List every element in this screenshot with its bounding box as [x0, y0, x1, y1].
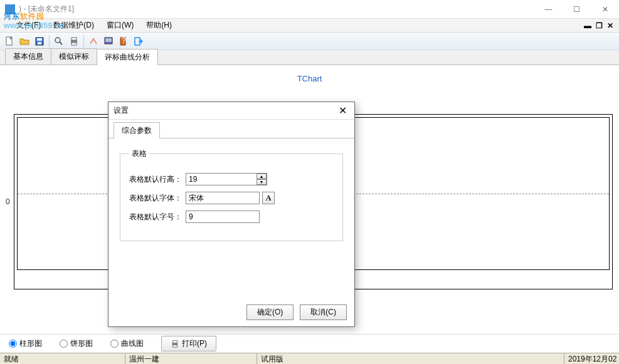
- minimize-button[interactable]: —: [534, 0, 563, 19]
- radio-pie[interactable]: 饼形图: [60, 338, 93, 349]
- table-settings-group: 表格 表格默认行高： ▲▼ 表格默认字体： A 表格默认字号：: [120, 148, 343, 241]
- mdi-minimize-button[interactable]: ▬: [583, 21, 593, 30]
- svg-rect-3: [38, 42, 41, 44]
- svg-line-5: [60, 42, 62, 44]
- font-picker-button[interactable]: A: [262, 192, 275, 204]
- mdi-close-button[interactable]: ✕: [605, 21, 615, 30]
- size-input[interactable]: [186, 211, 260, 223]
- print-icon[interactable]: [67, 34, 81, 48]
- font-input[interactable]: [186, 192, 260, 204]
- dialog-tab-general[interactable]: 综合参数: [114, 122, 160, 138]
- svg-text:?: ?: [122, 36, 126, 45]
- radio-bar[interactable]: 柱形图: [9, 338, 42, 349]
- menu-help[interactable]: 帮助(H): [140, 19, 178, 32]
- window-title: ) - [未命名文件1]: [19, 4, 534, 14]
- dialog-title: 设置: [114, 105, 336, 116]
- svg-rect-15: [173, 340, 177, 343]
- open-file-icon[interactable]: [18, 34, 31, 48]
- row-height-input[interactable]: [186, 173, 267, 185]
- tab-analysis[interactable]: 评标曲线分析: [97, 49, 158, 65]
- svg-rect-8: [71, 43, 77, 45]
- spin-up-icon[interactable]: ▲: [257, 174, 267, 179]
- svg-rect-10: [105, 38, 112, 42]
- new-file-icon[interactable]: [3, 34, 16, 48]
- tool2-icon[interactable]: [102, 34, 115, 48]
- chart-y-label: 0: [6, 197, 10, 206]
- printer-icon: [171, 340, 179, 348]
- chart-type-bar: 柱形图 饼形图 曲线图 打印(P): [0, 334, 619, 353]
- tab-basic[interactable]: 基本信息: [5, 48, 51, 65]
- save-icon[interactable]: [33, 34, 46, 48]
- radio-line[interactable]: 曲线图: [110, 338, 144, 349]
- dialog-close-icon[interactable]: ✕: [336, 105, 349, 117]
- font-label: 表格默认字体：: [129, 193, 182, 204]
- group-legend: 表格: [129, 148, 149, 159]
- mdi-restore-button[interactable]: ❐: [594, 21, 604, 30]
- status-bar: 就绪 温州一建 试用版 2019年12月02: [0, 353, 619, 364]
- preview-icon[interactable]: [52, 34, 66, 48]
- status-date: 2019年12月02: [564, 353, 619, 364]
- settings-dialog: 设置 ✕ 综合参数 表格 表格默认行高： ▲▼ 表格默认字体： A 表格默认字号…: [108, 101, 355, 327]
- svg-rect-7: [71, 38, 77, 40]
- tab-simulate[interactable]: 模似评标: [51, 48, 97, 65]
- titlebar: ) - [未命名文件1] — ☐ ✕: [0, 0, 619, 19]
- svg-rect-16: [173, 345, 177, 347]
- tab-bar: 基本信息 模似评标 评标曲线分析: [0, 50, 619, 65]
- exit-icon[interactable]: [132, 34, 145, 48]
- close-button[interactable]: ✕: [591, 0, 619, 19]
- maximize-button[interactable]: ☐: [563, 0, 591, 19]
- row-height-label: 表格默认行高：: [129, 174, 182, 185]
- menu-data[interactable]: 数据维护(D): [47, 19, 100, 32]
- ok-button[interactable]: 确定(O): [246, 304, 294, 320]
- menubar: 文件(F) 数据维护(D) 窗口(W) 帮助(H) ▬ ❐ ✕: [0, 19, 619, 33]
- status-version: 试用版: [257, 353, 564, 364]
- cancel-button[interactable]: 取消(C): [300, 304, 347, 320]
- menu-file[interactable]: 文件(F): [10, 19, 47, 32]
- app-icon: [5, 4, 15, 14]
- spin-down-icon[interactable]: ▼: [257, 179, 267, 185]
- size-label: 表格默认字号：: [129, 212, 182, 222]
- status-ready: 就绪: [0, 353, 125, 364]
- tool1-icon[interactable]: [87, 34, 100, 48]
- svg-rect-2: [37, 38, 42, 41]
- chart-title: TChart: [0, 65, 619, 92]
- help-icon[interactable]: ?: [117, 34, 130, 48]
- toolbar: ?: [0, 33, 619, 50]
- svg-point-4: [55, 38, 60, 43]
- status-unit: 温州一建: [125, 353, 257, 364]
- print-button[interactable]: 打印(P): [161, 336, 216, 351]
- menu-window[interactable]: 窗口(W): [100, 19, 140, 32]
